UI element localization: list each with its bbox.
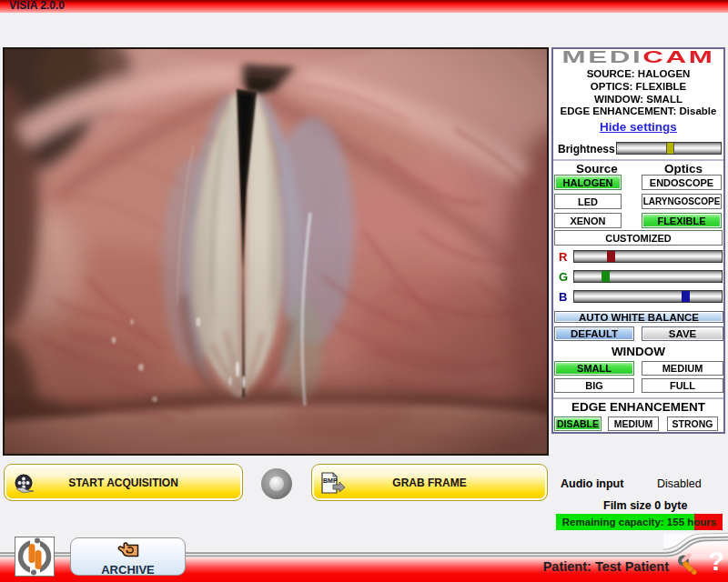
svg-text:BMP: BMP (323, 477, 338, 484)
